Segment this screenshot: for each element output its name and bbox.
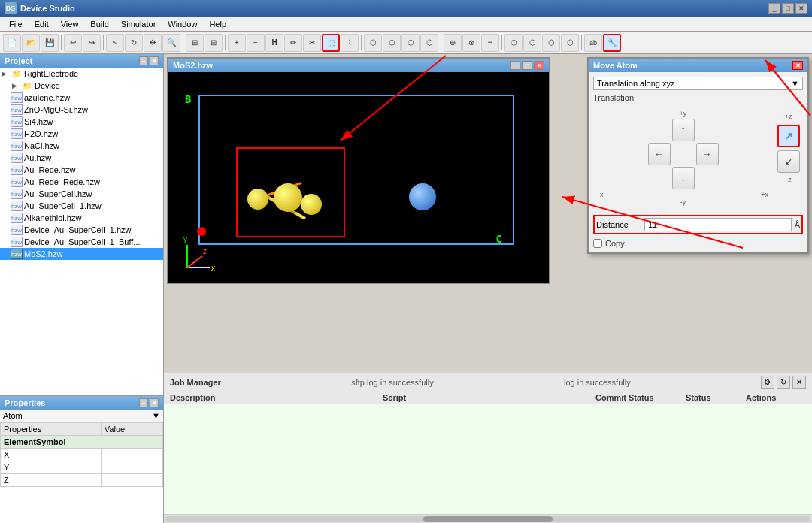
redo-button[interactable]: ↪: [83, 34, 101, 52]
struct3-button[interactable]: ⬡: [401, 34, 420, 52]
close-button[interactable]: ✕: [795, 3, 807, 14]
zoom-button[interactable]: 🔍: [162, 34, 180, 52]
remove-atom-button[interactable]: −: [247, 34, 265, 52]
tree-item-device-au-buff[interactable]: hzw Device_Au_SuperCell_1_Buff...: [0, 236, 163, 248]
h-button[interactable]: H: [265, 34, 283, 52]
distance-row: Distance Å: [593, 215, 803, 234]
tool3-button[interactable]: ≡: [481, 34, 499, 52]
diag-ne-button[interactable]: ↗: [777, 125, 800, 147]
menu-file[interactable]: File: [3, 18, 29, 30]
tree-item-nacl[interactable]: hzw NaCl.hzw: [0, 140, 163, 152]
grid1-button[interactable]: ⊞: [186, 34, 204, 52]
tree-item-au-supercell1[interactable]: hzw Au_SuperCell_1.hzw: [0, 200, 163, 212]
save-button[interactable]: 💾: [41, 34, 59, 52]
properties-panel: Properties − ✕ Atom ▼ Properties Value: [0, 395, 163, 523]
translate-button[interactable]: ✥: [144, 34, 162, 52]
job-manager-title: Job Manager: [170, 378, 221, 387]
scroll-thumb[interactable]: [423, 516, 553, 522]
project-tree[interactable]: ▶ 📁 RightElectrode ▶ 📁 Device hzw azulen…: [0, 68, 163, 395]
tree-item-au-supercell[interactable]: hzw Au_SuperCell.hzw: [0, 188, 163, 200]
scissors-button[interactable]: ✂: [303, 34, 321, 52]
mol3-button[interactable]: ⬡: [542, 34, 560, 52]
down-button[interactable]: ↓: [672, 167, 695, 189]
viewport-close-button[interactable]: ✕: [534, 61, 544, 70]
project-pin-button[interactable]: −: [139, 56, 148, 65]
empty-topleft: [648, 119, 671, 141]
diag-sw-button[interactable]: ↙: [777, 150, 800, 173]
up-button[interactable]: ↑: [672, 119, 695, 141]
mol2-button[interactable]: ⬡: [523, 34, 541, 52]
menu-build[interactable]: Build: [84, 18, 114, 30]
menu-view[interactable]: View: [55, 18, 85, 30]
empty-bottomleft: [648, 167, 671, 189]
translation-section-label: Translation: [593, 93, 803, 102]
mol1-button[interactable]: ⬡: [504, 34, 523, 52]
select-button[interactable]: ↖: [106, 34, 124, 52]
maximize-button[interactable]: □: [782, 3, 794, 14]
jm-settings-button[interactable]: ⚙: [761, 376, 774, 389]
grid2-button[interactable]: ⊟: [205, 34, 223, 52]
text-button[interactable]: ab: [584, 34, 602, 52]
struct4-button[interactable]: ⬡: [420, 34, 438, 52]
new-button[interactable]: 📄: [3, 34, 21, 52]
right-button[interactable]: →: [696, 143, 719, 165]
tree-item-device-au[interactable]: hzw Device_Au_SuperCell_1.hzw: [0, 224, 163, 236]
tree-arrow: ▶: [12, 82, 21, 89]
select-active-button[interactable]: ⬚: [322, 34, 340, 52]
project-close-button[interactable]: ✕: [150, 56, 159, 65]
copy-checkbox[interactable]: [593, 239, 602, 248]
horizontal-scrollbar[interactable]: [164, 514, 812, 523]
file-icon: hzw: [11, 141, 23, 151]
left-button[interactable]: ←: [648, 143, 671, 165]
menu-help[interactable]: Help: [203, 18, 232, 30]
tool-active-button[interactable]: 🔧: [603, 34, 621, 52]
tree-item-znomgosi[interactable]: hzw ZnO-MgO-Si.hzw: [0, 104, 163, 116]
open-button[interactable]: 📂: [22, 34, 40, 52]
viewport-minimize-button[interactable]: _: [510, 61, 520, 70]
property-z-value: [101, 474, 162, 487]
viewport-canvas[interactable]: B C x y z: [168, 72, 549, 283]
tool1-button[interactable]: ⊕: [444, 34, 462, 52]
move-atom-dialog: Move Atom ✕ Translation along xyz ▼ Tran…: [587, 57, 809, 254]
rotate-button[interactable]: ↻: [125, 34, 143, 52]
property-x-row: X: [1, 449, 163, 461]
tree-item-azulene[interactable]: hzw azulene.hzw: [0, 92, 163, 104]
draw-button[interactable]: ✏: [284, 34, 302, 52]
tree-item-si4[interactable]: hzw Si4.hzw: [0, 116, 163, 128]
project-panel-header: Project − ✕: [0, 54, 163, 68]
menu-edit[interactable]: Edit: [29, 18, 55, 30]
tree-item-h2o[interactable]: hzw H2O.hzw: [0, 128, 163, 140]
atom-s-1: [301, 194, 322, 215]
translation-mode-dropdown[interactable]: Translation along xyz ▼: [593, 77, 803, 90]
properties-pin-button[interactable]: −: [139, 398, 148, 407]
add-atom-button[interactable]: +: [228, 34, 246, 52]
atom-dropdown[interactable]: Atom ▼: [0, 410, 163, 422]
tree-item-mos2[interactable]: hzw MoS2.hzw: [0, 248, 163, 260]
undo-button[interactable]: ↩: [64, 34, 82, 52]
toolbar: 📄 📂 💾 ↩ ↪ ↖ ↻ ✥ 🔍 ⊞ ⊟ + − H ✏ ✂ ⬚ ⌇ ⬡ ⬡ …: [0, 32, 812, 54]
scroll-track[interactable]: [165, 516, 810, 522]
tool2-button[interactable]: ⊗: [462, 34, 480, 52]
viewport-maximize-button[interactable]: □: [522, 61, 532, 70]
col-status: Status: [686, 393, 746, 402]
tree-item-au-rede-rede[interactable]: hzw Au_Rede_Rede.hzw: [0, 176, 163, 188]
jm-refresh-button[interactable]: ↻: [777, 376, 790, 389]
tree-item-rightelectrode[interactable]: ▶ 📁 RightElectrode: [0, 68, 163, 80]
struct1-button[interactable]: ⬡: [364, 34, 382, 52]
menu-window[interactable]: Window: [162, 18, 203, 30]
tree-item-alkanethiol[interactable]: hzw Alkanethiol.hzw: [0, 212, 163, 224]
tree-item-device[interactable]: ▶ 📁 Device: [0, 80, 163, 92]
mol4-button[interactable]: ⬡: [561, 34, 579, 52]
menu-simulator[interactable]: Simulator: [115, 18, 162, 30]
tree-label: Alkanethiol.hzw: [24, 213, 81, 222]
distance-input[interactable]: [644, 218, 792, 231]
separator-7: [501, 35, 502, 50]
minimize-button[interactable]: _: [768, 3, 780, 14]
jm-close-button[interactable]: ✕: [792, 376, 806, 389]
tree-item-au[interactable]: hzw Au.hzw: [0, 152, 163, 164]
bond-button[interactable]: ⌇: [341, 34, 359, 52]
tree-item-au-rede[interactable]: hzw Au_Rede.hzw: [0, 164, 163, 176]
properties-close-button[interactable]: ✕: [150, 398, 159, 407]
move-atom-close-button[interactable]: ✕: [792, 61, 803, 70]
struct2-button[interactable]: ⬡: [383, 34, 401, 52]
